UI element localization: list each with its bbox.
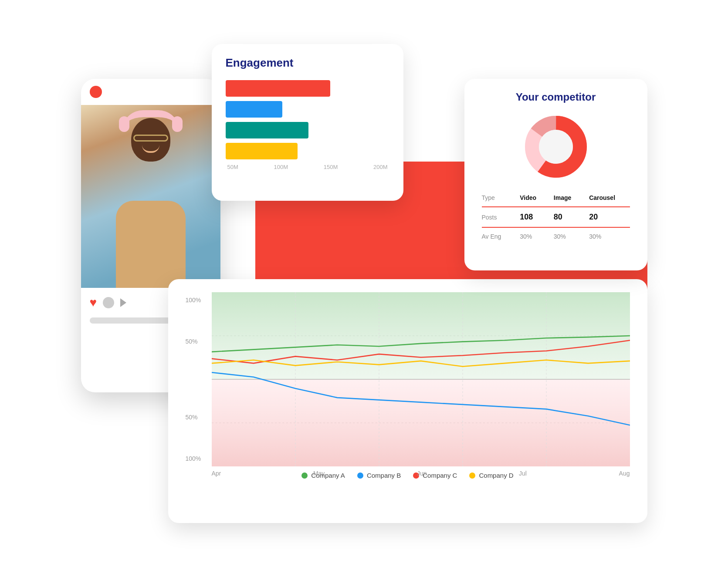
col-video-name: Video [516, 192, 550, 203]
bar-chart [226, 80, 389, 159]
col-image-name: Image [550, 192, 586, 203]
col-type-label: Type [478, 192, 517, 203]
glasses [133, 135, 168, 142]
body-shape [116, 201, 186, 288]
y-label-50-bot: 50% [186, 414, 201, 421]
share-icon[interactable] [120, 298, 126, 307]
face-circle [131, 118, 170, 162]
scene: ♥ Engagement 50M 100M 150M 200M [81, 44, 647, 523]
svg-point-4 [539, 130, 573, 164]
engagement-title: Engagement [226, 56, 389, 70]
bar-row-1 [226, 80, 389, 97]
table-divider-1 [482, 206, 630, 207]
heart-icon[interactable]: ♥ [90, 296, 97, 310]
col-carousel-eng: 30% [586, 231, 633, 242]
x-label-apr: Apr [212, 470, 221, 477]
bar-row-4 [226, 143, 389, 159]
svg-rect-9 [212, 379, 630, 466]
axis-150m: 150M [324, 164, 338, 170]
y-label-100-bot: 100% [186, 455, 201, 462]
bar-row-3 [226, 122, 389, 138]
col-video-eng: 30% [516, 231, 550, 242]
col-carousel-posts: 20 [586, 210, 633, 224]
x-label-aug: Aug [619, 470, 630, 477]
line-chart-svg [212, 292, 630, 466]
face [131, 118, 170, 162]
col-image-eng: 30% [550, 231, 586, 242]
engagement-card: Engagement 50M 100M 150M 200M [212, 44, 403, 201]
bar-blue [226, 101, 282, 118]
bar-teal [226, 122, 308, 138]
headphone-left [119, 116, 129, 132]
donut-container [478, 112, 633, 182]
linechart-area: 100% 50% 50% 100% [186, 292, 630, 466]
bar-row-2 [226, 101, 389, 118]
x-label-jun: Jun [417, 470, 427, 477]
col-carousel-name: Carousel [586, 192, 633, 203]
donut-chart [521, 112, 591, 182]
col-image-posts: 80 [550, 210, 586, 224]
axis-50m: 50M [227, 164, 238, 170]
linechart-card: 100% 50% 50% 100% [168, 279, 647, 523]
competitor-table: Type Video Image Carousel Posts 108 80 2… [478, 192, 633, 242]
y-labels: 100% 50% 50% 100% [186, 292, 201, 466]
headphone-band [122, 110, 180, 132]
bar-red [226, 80, 330, 97]
axis-100m: 100M [274, 164, 288, 170]
col-posts-label: Posts [478, 210, 517, 224]
social-card-image [81, 105, 220, 288]
competitor-card: Your competitor Type Video Image [464, 79, 647, 270]
col-video-posts: 108 [516, 210, 550, 224]
headphone-right [172, 116, 183, 132]
y-label-50-top: 50% [186, 338, 201, 345]
axis-200m: 200M [373, 164, 388, 170]
y-label-100-top: 100% [186, 297, 201, 304]
table-divider-2 [482, 227, 630, 228]
x-label-may: May [313, 470, 325, 477]
x-labels: Apr May Jun Jul Aug [212, 470, 630, 477]
bar-axis: 50M 100M 150M 200M [226, 164, 389, 170]
comment-icon[interactable] [103, 297, 114, 308]
x-label-jul: Jul [519, 470, 527, 477]
competitor-title: Your competitor [478, 91, 633, 103]
social-card-header [81, 79, 220, 105]
svg-rect-8 [212, 292, 630, 379]
bar-yellow [226, 143, 298, 159]
photo-placeholder [81, 105, 220, 288]
face-smile [142, 145, 159, 153]
col-aveng-label: Av Eng [478, 231, 517, 242]
record-dot [90, 86, 102, 98]
